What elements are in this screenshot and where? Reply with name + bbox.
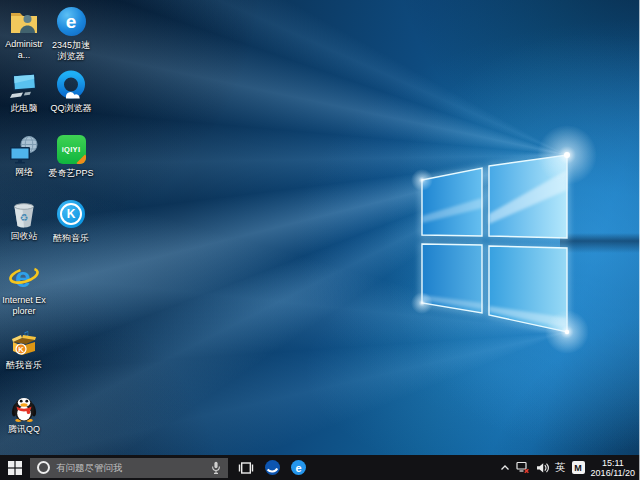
icon-label: 此电脑	[1, 103, 47, 114]
internet-explorer-icon: e	[8, 262, 40, 294]
start-button[interactable]	[0, 455, 30, 480]
desktop-icon-qq-browser[interactable]: QQ浏览器	[48, 70, 94, 114]
2345-browser-taskbar-icon: e	[290, 459, 307, 476]
cortana-icon	[37, 461, 50, 474]
iqiyi-pps-icon: iQIYI	[55, 135, 87, 167]
kuwo-music-icon: ♫ K	[8, 327, 40, 359]
desktop-icon-2345-browser[interactable]: e 2345加速浏览器	[48, 6, 94, 62]
desktop-icon-this-pc[interactable]: 此电脑	[1, 70, 47, 114]
desktop-icon-internet-explorer[interactable]: e Internet Explorer	[1, 262, 47, 317]
icon-label: 爱奇艺PPS	[48, 168, 94, 179]
icon-label: QQ浏览器	[48, 103, 94, 114]
qq-browser-taskbar-icon	[264, 459, 281, 476]
svg-text:e: e	[15, 262, 31, 293]
icon-label: Internet Explorer	[1, 295, 47, 317]
network-disconnected-icon[interactable]	[516, 461, 530, 474]
desktop-icon-kuwo-music[interactable]: ♫ K 酷我音乐	[1, 327, 47, 371]
windows-desktop: Administra... 此电脑	[0, 0, 640, 480]
cortana-search-box[interactable]	[30, 458, 228, 478]
windows-hero-logo	[0, 0, 640, 455]
network-icon	[8, 134, 40, 166]
icon-label: 回收站	[1, 231, 47, 242]
search-input[interactable]	[56, 462, 207, 473]
taskbar-clock[interactable]: 15:11 2016/11/20	[591, 458, 635, 478]
desktop-icon-tencent-qq[interactable]: 腾讯QQ	[1, 391, 47, 435]
icon-label: 2345加速浏览器	[48, 40, 94, 62]
qq-browser-icon	[55, 70, 87, 102]
kugou-music-icon: K	[55, 200, 87, 232]
icon-label: 酷狗音乐	[48, 233, 94, 244]
task-view-button[interactable]	[233, 455, 259, 480]
svg-text:e: e	[295, 462, 301, 474]
windows-logo-icon	[8, 461, 22, 475]
clock-time: 15:11	[602, 458, 624, 468]
microphone-icon[interactable]	[211, 461, 221, 475]
ime-language-indicator[interactable]: 英	[555, 461, 566, 475]
qq-penguin-icon	[8, 391, 40, 423]
taskbar: e 英 M	[0, 455, 640, 480]
volume-icon[interactable]	[536, 462, 549, 474]
icon-label: 腾讯QQ	[1, 424, 47, 435]
clock-date: 2016/11/20	[591, 468, 635, 478]
ime-mode-indicator[interactable]: M	[572, 461, 585, 474]
desktop-icon-kugou-music[interactable]: K 酷狗音乐	[48, 198, 94, 244]
desktop-icon-network[interactable]: 网络	[1, 134, 47, 178]
this-pc-icon	[8, 70, 40, 102]
task-view-icon	[238, 462, 254, 474]
desktop-icon-administrator[interactable]: Administra...	[1, 6, 47, 61]
2345-browser-icon: e	[55, 7, 87, 39]
desktop-icon-recycle-bin[interactable]: ♻ 回收站	[1, 198, 47, 242]
user-folder-icon	[8, 6, 40, 38]
system-tray: 英 M 15:11 2016/11/20	[500, 455, 640, 480]
desktop-icon-iqiyi-pps[interactable]: iQIYI 爱奇艺PPS	[48, 134, 94, 179]
recycle-bin-icon: ♻	[8, 198, 40, 230]
svg-text:♻: ♻	[20, 212, 29, 223]
tray-chevron-up-icon[interactable]	[500, 463, 510, 472]
wallpaper	[0, 0, 640, 455]
svg-text:K: K	[18, 345, 24, 354]
taskbar-2345-browser-button[interactable]: e	[285, 455, 311, 480]
icon-label: Administra...	[1, 39, 47, 61]
icon-label: 网络	[1, 167, 47, 178]
icon-label: 酷我音乐	[1, 360, 47, 371]
taskbar-qq-browser-button[interactable]	[259, 455, 285, 480]
